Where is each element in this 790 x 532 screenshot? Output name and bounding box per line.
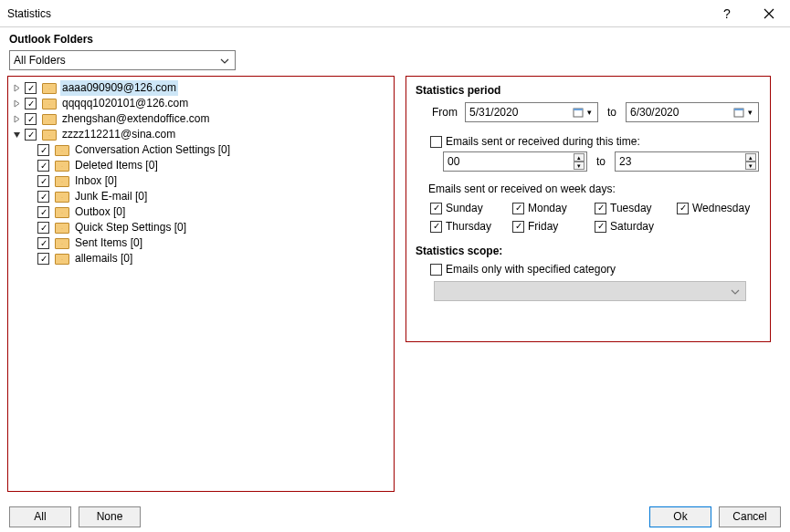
from-date-value: 5/31/2020 [469,106,572,119]
mail-icon [42,130,57,141]
weekday-checkbox[interactable] [430,203,442,214]
folder-label[interactable]: Junk E-mail [0] [73,189,149,204]
weekday-option[interactable]: Friday [511,220,593,233]
mail-icon [42,83,57,94]
weekday-option[interactable]: Wednesday [675,202,757,214]
time-filter-label: Emails sent or received during this time… [446,135,640,148]
cancel-button[interactable]: Cancel [719,506,781,527]
from-label: From [432,106,458,119]
weekday-option[interactable]: Monday [511,202,593,214]
none-button[interactable]: None [79,506,141,527]
folder-scope-value: All Folders [14,54,218,67]
weekday-option[interactable]: Saturday [593,220,675,233]
chevron-down-icon [218,54,231,67]
weekday-option[interactable]: Tuesday [593,202,675,214]
statistics-period-header: Statistics period [416,84,761,97]
tree-subfolder[interactable]: Inbox [0] [10,173,392,189]
mail-icon [55,238,69,249]
weekday-label: Emails sent or received on week days: [428,183,616,195]
weekday-label: Wednesday [692,202,750,214]
expand-arrow-icon[interactable] [10,130,23,139]
weekday-checkbox[interactable] [430,221,442,233]
weekday-label: Friday [528,220,558,233]
tree-subfolder[interactable]: Sent Items [0] [10,235,392,251]
from-hour-value: 00 [448,155,574,168]
mail-icon [55,207,69,218]
weekday-label: Monday [528,202,567,214]
tree-account[interactable]: zhengshan@extendoffice.com [10,111,392,127]
weekday-checkbox[interactable] [595,203,606,214]
weekday-label: Saturday [610,220,654,233]
tree-account[interactable]: qqqqq1020101@126.com [10,96,392,111]
expand-arrow-icon[interactable] [10,115,23,123]
expand-arrow-icon[interactable] [10,99,23,108]
folder-label[interactable]: aaaa090909@126.com [60,80,178,96]
category-dropdown[interactable] [434,281,746,301]
folder-checkbox[interactable] [37,175,49,187]
to-hour-value: 23 [619,155,745,168]
mail-icon [55,176,69,187]
time-filter-checkbox[interactable] [430,136,442,148]
folder-label[interactable]: Sent Items [0] [73,235,144,251]
weekday-checkbox[interactable] [512,221,524,233]
folder-label[interactable]: Inbox [0] [73,173,119,189]
help-icon[interactable]: ? [706,0,748,27]
to-hour-input[interactable]: 23 ▴▾ [615,151,759,172]
folder-checkbox[interactable] [37,206,49,218]
expand-arrow-icon[interactable] [10,84,23,92]
folder-checkbox[interactable] [25,113,37,125]
to-date-value: 6/30/2020 [630,106,732,119]
spinner-icon[interactable]: ▴▾ [574,153,585,170]
folder-checkbox[interactable] [25,129,37,141]
folder-checkbox[interactable] [37,144,49,156]
tree-subfolder[interactable]: Quick Step Settings [0] [10,220,392,235]
folder-checkbox[interactable] [37,222,49,234]
tree-subfolder[interactable]: Junk E-mail [0] [10,189,392,204]
folder-label[interactable]: zhengshan@extendoffice.com [60,111,211,127]
weekday-label: Tuesday [610,202,652,214]
tree-account[interactable]: zzzz112211@sina.com [10,127,392,142]
folder-label[interactable]: qqqqq1020101@126.com [60,96,190,111]
folder-checkbox[interactable] [37,191,49,203]
folder-label[interactable]: zzzz112211@sina.com [60,127,177,142]
folder-checkbox[interactable] [37,253,49,265]
from-hour-input[interactable]: 00 ▴▾ [443,151,587,172]
folder-checkbox[interactable] [25,82,37,94]
folder-label[interactable]: Conversation Action Settings [0] [73,142,232,158]
weekday-option[interactable]: Thursday [428,220,511,233]
ok-button[interactable]: Ok [649,506,711,527]
folder-checkbox[interactable] [37,160,49,172]
tree-subfolder[interactable]: allemails [0] [10,251,392,266]
folder-label[interactable]: Quick Step Settings [0] [73,220,188,235]
statistics-scope-header: Statistics scope: [416,245,761,257]
chevron-down-icon: ▾ [745,108,754,117]
spinner-icon[interactable]: ▴▾ [745,153,756,170]
weekday-checkbox[interactable] [512,203,524,214]
chevron-down-icon [729,285,742,297]
svg-rect-3 [734,109,743,110]
weekday-checkbox[interactable] [595,221,606,233]
tree-subfolder[interactable]: Conversation Action Settings [0] [10,142,392,158]
folder-checkbox[interactable] [25,98,37,110]
from-date-input[interactable]: 5/31/2020 ▾ [465,102,598,122]
folder-label[interactable]: Deleted Items [0] [73,158,160,173]
folder-tree[interactable]: aaaa090909@126.comqqqqq1020101@126.comzh… [7,76,395,492]
folder-label[interactable]: Outbox [0] [73,204,127,220]
all-button[interactable]: All [9,506,71,527]
close-icon[interactable] [748,0,790,27]
to-date-input[interactable]: 6/30/2020 ▾ [626,102,759,122]
weekday-checkbox[interactable] [677,203,689,214]
mail-icon [55,192,69,203]
tree-subfolder[interactable]: Deleted Items [0] [10,158,392,173]
tree-account[interactable]: aaaa090909@126.com [10,80,392,96]
category-filter-checkbox[interactable] [430,264,442,276]
folder-label[interactable]: allemails [0] [73,251,134,266]
title-bar: Statistics ? [0,0,790,27]
mail-icon [55,145,69,156]
weekday-option[interactable]: Sunday [428,202,511,214]
outlook-folders-label: Outlook Folders [0,27,790,48]
to-label-hours: to [596,155,606,168]
tree-subfolder[interactable]: Outbox [0] [10,204,392,220]
folder-checkbox[interactable] [37,237,49,249]
folder-scope-dropdown[interactable]: All Folders [9,50,236,70]
